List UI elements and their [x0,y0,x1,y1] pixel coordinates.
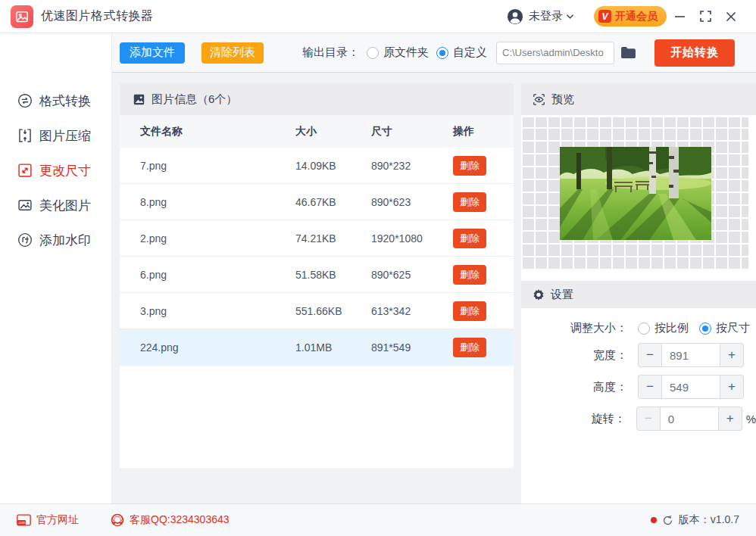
radio-by-ratio-control[interactable] [638,323,650,335]
vip-badge-icon: V [598,10,611,23]
delete-button[interactable]: 删除 [453,265,486,285]
sidebar-item-format-convert[interactable]: 格式转换 [0,83,111,118]
delete-button[interactable]: 删除 [453,301,486,321]
rotate-label: 旋转： [521,412,626,426]
file-panel-title: 图片信息（6个） [152,92,237,107]
add-watermark-icon [17,232,33,248]
app-title: 优速图片格式转换器 [41,8,154,24]
radio-by-ratio[interactable]: 按比例 [638,321,689,335]
table-row[interactable]: 224.png 1.01MB 891*549 删除 [120,329,514,366]
delete-button[interactable]: 删除 [453,192,486,212]
table-row[interactable]: 3.png 551.66KB 613*342 删除 [120,293,514,329]
cell-file-size: 14.09KB [295,160,371,172]
settings-title: 设置 [551,288,573,302]
cell-file-size: 551.66KB [295,305,371,317]
radio-source-folder[interactable]: 原文件夹 [367,45,429,60]
height-minus-button[interactable]: − [638,375,661,399]
rotate-minus-button[interactable]: − [636,407,660,431]
sidebar-item-resize[interactable]: 更改尺寸 [0,153,111,188]
clear-list-button[interactable]: 清除列表 [201,42,264,64]
col-header-name: 文件名称 [120,125,295,139]
format-convert-icon [17,93,33,108]
support-qq-link[interactable]: 客服QQ:3234303643 [111,513,230,527]
customer-service-icon [111,513,124,527]
col-header-dims: 尺寸 [371,125,453,139]
table-body: 7.png 14.09KB 890*232 删除 8.png 46.67KB 8… [120,148,514,468]
height-label: 高度： [521,380,627,394]
delete-button[interactable]: 删除 [453,156,486,176]
open-vip-button[interactable]: V 开通会员 [594,6,667,26]
cell-file-name: 224.png [120,341,295,354]
rotate-input[interactable] [660,407,719,431]
user-login-menu[interactable]: 未登录 [507,8,574,25]
preview-header: 预览 [521,83,756,115]
close-button[interactable] [718,5,744,28]
browse-folder-button[interactable] [620,46,636,59]
preview-image[interactable] [560,147,711,240]
table-row[interactable]: 2.png 74.21KB 1920*1080 删除 [120,220,514,257]
cell-file-size: 51.58KB [295,269,371,281]
table-row[interactable]: 6.png 51.58KB 890*625 删除 [120,257,514,293]
official-website-link[interactable]: .com 官方网址 [17,513,79,527]
sidebar: 格式转换 图片压缩 更改尺寸 [0,33,112,503]
output-path-input[interactable] [496,42,614,64]
rotate-stepper: − + [636,407,742,431]
vip-label: 开通会员 [615,10,658,23]
cell-file-size: 46.67KB [295,196,371,208]
beautify-image-icon [17,198,33,213]
radio-custom-folder[interactable]: 自定义 [436,45,487,60]
cell-dimensions: 613*342 [371,305,453,317]
minimize-button[interactable] [667,5,692,28]
titlebar: 优速图片格式转换器 未登录 V [0,0,756,33]
sidebar-item-label: 更改尺寸 [39,162,91,179]
radio-source-folder-control[interactable] [367,47,379,59]
sidebar-item-label: 添加水印 [39,232,91,249]
cell-file-size: 74.21KB [295,232,371,245]
file-panel-header: 图片信息（6个） [120,83,514,115]
check-update-icon[interactable] [662,515,673,526]
rotate-row: 旋转： − + % [521,407,756,431]
avatar-icon [507,8,523,25]
height-input[interactable] [661,375,720,399]
sidebar-item-image-compress[interactable]: 图片压缩 [0,118,111,153]
add-files-button[interactable]: 添加文件 [120,42,185,64]
table-row[interactable]: 7.png 14.09KB 890*232 删除 [120,148,514,184]
radio-custom-control[interactable] [436,47,448,59]
preview-title: 预览 [551,92,574,107]
cell-file-name: 2.png [120,232,295,245]
app-window: 优速图片格式转换器 未登录 V [0,0,756,536]
sidebar-item-beautify[interactable]: 美化图片 [0,188,111,223]
sidebar-item-label: 格式转换 [39,92,91,110]
rotate-plus-button[interactable]: + [719,407,742,431]
sidebar-item-label: 美化图片 [39,197,91,214]
height-plus-button[interactable]: + [720,375,744,399]
cell-dimensions: 890*232 [371,160,453,172]
delete-button[interactable]: 删除 [453,229,486,248]
resize-mode-row: 调整大小： 按比例 按尺寸 [521,321,756,335]
width-minus-button[interactable]: − [638,343,661,367]
radio-by-size-control[interactable] [699,323,711,335]
image-compress-icon [17,128,33,143]
sidebar-item-watermark[interactable]: 添加水印 [0,223,111,257]
website-com-icon: .com [17,514,31,526]
table-row[interactable]: 8.png 46.67KB 890*623 删除 [120,184,514,220]
table-header: 文件名称 大小 尺寸 操作 [120,115,514,148]
svg-text:.com: .com [17,521,25,525]
width-plus-button[interactable]: + [720,343,744,367]
app-logo-icon [11,5,33,28]
preview-eye-icon [533,93,545,106]
cell-file-name: 3.png [120,305,295,317]
radio-by-size[interactable]: 按尺寸 [699,321,750,335]
width-input[interactable] [661,343,720,367]
status-dot [651,517,657,523]
footer: .com 官方网址 客服QQ:3234303643 [0,503,756,536]
resize-icon [17,163,33,178]
version-text: 版本：v1.0.7 [679,513,739,527]
start-convert-button[interactable]: 开始转换 [654,39,735,67]
width-label: 宽度： [521,348,627,363]
height-stepper: − + [638,375,744,399]
height-row: 高度： − + [521,375,756,399]
chevron-down-icon [566,14,574,20]
maximize-button[interactable] [692,5,718,28]
delete-button[interactable]: 删除 [453,338,486,357]
